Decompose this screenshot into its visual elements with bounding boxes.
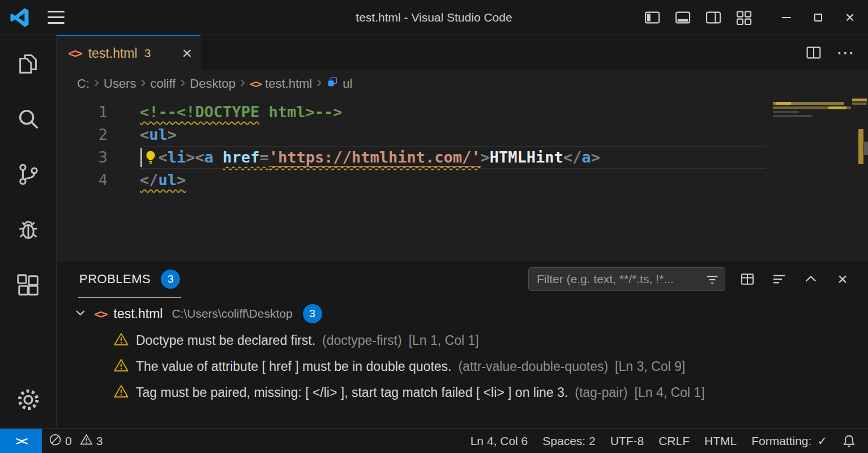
problems-status[interactable]: 0 3	[42, 429, 114, 453]
chevron-right-icon: ›	[89, 74, 104, 94]
breadcrumb-item-file[interactable]: <> test.html	[250, 76, 312, 91]
code-line[interactable]: 4</ul>	[57, 169, 868, 191]
warning-icon	[80, 433, 93, 449]
editor-code-area[interactable]: 1<!--<!DOCTYPE html>-->2<ul>3 <li><a hre…	[57, 97, 868, 260]
problems-file-name: test.html	[114, 306, 163, 322]
code-line-content: <li><a href='https://htmlhint.com/'>HTML…	[108, 146, 600, 169]
code-line[interactable]: 2<ul>	[57, 123, 868, 146]
breadcrumb: C: › Users › coliff › Desktop › <> test.…	[57, 70, 868, 97]
title-bar-actions: ×	[639, 5, 868, 31]
language-mode[interactable]: HTML	[697, 429, 744, 453]
problem-message: The value of attribute [ href ] must be …	[136, 359, 451, 374]
breadcrumb-item-users[interactable]: Users	[104, 76, 136, 91]
tab-problem-count: 3	[144, 46, 151, 60]
maximize-button[interactable]	[802, 5, 834, 31]
problem-item[interactable]: Tag must be paired, missing: [ </li> ], …	[57, 379, 868, 405]
error-count: 0	[65, 434, 72, 448]
tab-label: test.html	[88, 46, 138, 61]
html-file-icon: <>	[68, 46, 82, 61]
code-line[interactable]: 1<!--<!DOCTYPE html>-->	[57, 101, 868, 123]
problem-location: [Ln 1, Col 1]	[409, 333, 479, 348]
problem-item[interactable]: Doctype must be declared first. (doctype…	[57, 327, 868, 353]
breadcrumb-item-drive[interactable]: C:	[77, 76, 89, 91]
toggle-primary-sidebar-icon[interactable]	[639, 5, 665, 31]
customize-layout-icon[interactable]	[731, 5, 757, 31]
minimap-decoration	[776, 102, 791, 105]
problem-rule: (doctype-first)	[322, 333, 402, 348]
overview-ruler-mark	[852, 102, 867, 105]
menu-hamburger-icon[interactable]	[48, 11, 65, 24]
tab-close-icon[interactable]: ×	[182, 45, 192, 62]
split-editor-icon[interactable]	[802, 41, 825, 64]
panel-actions: ×	[734, 266, 856, 292]
problem-item[interactable]: The value of attribute [ href ] must be …	[57, 353, 868, 379]
filter-icon	[704, 272, 720, 290]
line-number: 2	[57, 123, 108, 146]
tab-test-html[interactable]: <> test.html 3 ×	[57, 35, 200, 70]
tab-bar: <> test.html 3 × ⋯	[57, 35, 868, 70]
editor-column: <> test.html 3 × ⋯ C: › Users › coli	[57, 35, 868, 428]
problems-file-badge: 3	[303, 304, 322, 323]
collapse-all-icon[interactable]	[766, 266, 792, 292]
more-actions-icon[interactable]: ⋯	[834, 41, 857, 64]
eol-setting[interactable]: CRLF	[651, 429, 697, 453]
html-file-icon: <>	[250, 77, 261, 91]
breadcrumb-item-coliff[interactable]: coliff	[150, 76, 176, 91]
problems-tree: <> test.html C:\Users\coliff\Desktop 3 D…	[57, 298, 868, 428]
problems-filter-input[interactable]	[529, 272, 725, 286]
html-file-icon: <>	[94, 307, 107, 321]
minimap[interactable]	[773, 101, 852, 186]
line-number: 3	[57, 146, 108, 169]
problems-file-group[interactable]: <> test.html C:\Users\coliff\Desktop 3	[57, 300, 868, 327]
code-lines: 1<!--<!DOCTYPE html>-->2<ul>3 <li><a hre…	[57, 101, 868, 191]
remote-indicator[interactable]: ><	[0, 429, 42, 453]
line-number: 4	[57, 169, 108, 191]
encoding-setting[interactable]: UTF-8	[603, 429, 652, 453]
code-line-content: </ul>	[108, 169, 186, 191]
maximize-panel-icon[interactable]	[798, 266, 824, 292]
problem-rule: (tag-pair)	[575, 385, 627, 400]
breadcrumb-item-desktop[interactable]: Desktop	[190, 76, 236, 91]
tab-problems[interactable]: PROBLEMS 3	[78, 260, 181, 298]
toggle-panel-icon[interactable]	[670, 5, 696, 31]
code-line[interactable]: 3 <li><a href='https://htmlhint.com/'>HT…	[57, 146, 868, 169]
status-bar-right: Ln 4, Col 6 Spaces: 2 UTF-8 CRLF HTML Fo…	[463, 429, 868, 453]
problems-count-badge: 3	[161, 270, 180, 289]
warning-count: 3	[96, 434, 103, 448]
overview-ruler-mark	[858, 129, 863, 164]
run-debug-icon[interactable]	[14, 215, 43, 245]
warning-icon	[113, 383, 129, 401]
extensions-icon[interactable]	[14, 271, 43, 300]
source-control-icon[interactable]	[14, 160, 43, 189]
chevron-down-icon[interactable]	[74, 306, 87, 322]
problem-message: Tag must be paired, missing: [ </li> ], …	[136, 385, 568, 400]
check-icon: ✓	[817, 434, 827, 448]
explorer-icon[interactable]	[14, 49, 43, 78]
chevron-right-icon: ›	[136, 74, 150, 94]
chevron-right-icon: ›	[176, 74, 190, 94]
indentation-setting[interactable]: Spaces: 2	[535, 429, 602, 453]
close-window-button[interactable]: ×	[834, 5, 866, 31]
breadcrumb-item-symbol-ul[interactable]: ul	[326, 76, 352, 92]
cursor-position[interactable]: Ln 4, Col 6	[463, 429, 536, 453]
notifications-bell-icon[interactable]	[835, 429, 863, 453]
minimize-button[interactable]	[771, 5, 802, 31]
close-panel-icon[interactable]: ×	[829, 266, 856, 292]
code-line-content: <ul>	[108, 123, 177, 146]
chevron-right-icon: ›	[312, 74, 326, 94]
search-icon[interactable]	[14, 104, 43, 134]
settings-gear-icon[interactable]	[14, 385, 43, 414]
problem-location: [Ln 4, Col 1]	[635, 385, 705, 400]
symbol-ul-icon	[326, 76, 339, 92]
view-as-table-icon[interactable]	[734, 266, 760, 292]
toggle-secondary-sidebar-icon[interactable]	[700, 5, 726, 31]
problems-panel: PROBLEMS 3	[57, 260, 868, 428]
chevron-right-icon: ›	[236, 74, 250, 94]
formatting-status[interactable]: Formatting: ✓	[744, 429, 835, 453]
text-cursor	[140, 148, 142, 167]
panel-header: PROBLEMS 3	[57, 260, 868, 298]
minimap-decoration	[828, 106, 846, 109]
problem-message: Doctype must be declared first.	[136, 333, 315, 348]
line-number: 1	[57, 101, 108, 123]
vscode-logo-icon	[9, 7, 31, 28]
